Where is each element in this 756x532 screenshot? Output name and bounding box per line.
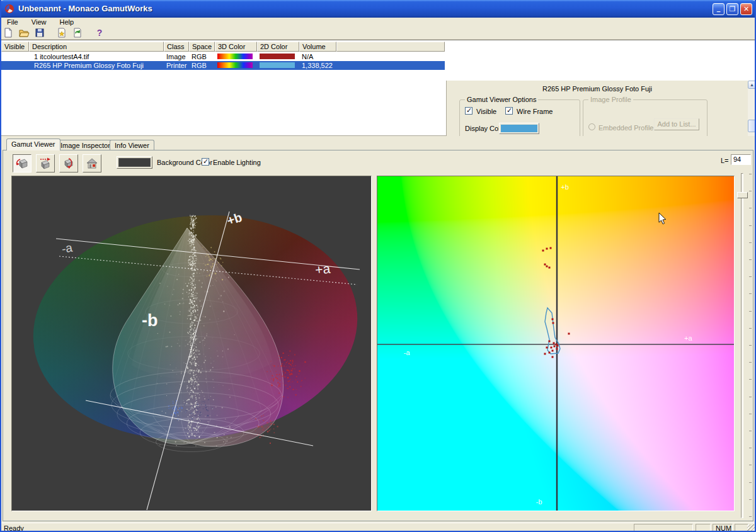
background-color-swatch bbox=[118, 158, 151, 167]
row-2d-color-bar bbox=[260, 54, 295, 59]
embedded-profile-radio bbox=[588, 123, 595, 130]
upper-area: Visible Description Class Space 3D Color… bbox=[1, 40, 755, 136]
lightness-input[interactable]: 94 bbox=[731, 154, 751, 165]
tab-gamut-viewer[interactable]: Gamut Viewer bbox=[6, 139, 60, 150]
export-button[interactable] bbox=[55, 28, 69, 39]
new-file-button[interactable] bbox=[1, 28, 15, 39]
num-lock-indicator: NUM bbox=[713, 524, 733, 531]
save-button[interactable] bbox=[33, 28, 47, 39]
lightness-label: L= bbox=[721, 157, 729, 164]
page-refresh-icon bbox=[72, 28, 83, 38]
axis-label-minus-b: -b bbox=[142, 311, 158, 330]
scrollbar-thumb[interactable] bbox=[748, 120, 756, 132]
reset-view-button[interactable] bbox=[83, 154, 101, 173]
table-header: Visible Description Class Space 3D Color… bbox=[1, 42, 445, 52]
lightness-slider[interactable] bbox=[736, 171, 752, 521]
col-2d-color[interactable]: 2D Color bbox=[257, 42, 299, 52]
row-class: Printer bbox=[164, 61, 189, 70]
help-button[interactable]: ? bbox=[93, 28, 106, 39]
row-class: Image bbox=[164, 52, 189, 61]
row-volume: N/A bbox=[299, 52, 336, 61]
row-volume: 1,338,522 bbox=[299, 61, 336, 70]
row-2d-color-bar bbox=[260, 62, 295, 68]
visible-check[interactable] bbox=[10, 61, 29, 70]
page-plus-icon bbox=[57, 28, 67, 38]
enable-lighting-label: Enable Lighting bbox=[213, 159, 261, 166]
axis-label-minus-a: -a bbox=[404, 349, 411, 356]
axis-label-plus-a: +a bbox=[314, 261, 331, 277]
rotate-vertical-cube-icon bbox=[62, 157, 76, 170]
wire-frame-checkbox[interactable] bbox=[505, 107, 513, 115]
background-color-button[interactable] bbox=[117, 156, 152, 169]
menu-file[interactable]: File bbox=[1, 18, 24, 28]
maximize-button[interactable]: ❐ bbox=[726, 3, 738, 15]
row-space: RGB bbox=[189, 61, 215, 70]
viewer-area: Gamut Viewer Image Inspector Info Viewer bbox=[1, 136, 755, 523]
title-bar[interactable]: Unbenannt - Monaco GamutWorks – ❐ ✕ bbox=[0, 0, 756, 18]
svg-text:?: ? bbox=[97, 28, 103, 38]
table-row-selected[interactable]: R265 HP Premium Glossy Foto Fuji Printer… bbox=[1, 61, 445, 70]
visible-label: Visible bbox=[476, 108, 496, 115]
resize-grip[interactable] bbox=[747, 524, 755, 532]
visible-checkbox[interactable] bbox=[465, 107, 472, 115]
open-file-button[interactable] bbox=[17, 28, 31, 39]
tab-image-inspector[interactable]: Image Inspector bbox=[55, 140, 115, 150]
refresh-button[interactable] bbox=[71, 28, 84, 39]
embedded-profile-label: Embedded Profile bbox=[598, 124, 653, 132]
gamut-3d-view[interactable]: +b -a +a -b bbox=[11, 176, 372, 511]
pan-view-button[interactable] bbox=[36, 154, 55, 173]
enable-lighting-checkbox[interactable] bbox=[202, 158, 209, 166]
group-label: Gamut Viewer Options bbox=[465, 96, 538, 103]
status-bar: Ready NUM bbox=[1, 523, 755, 532]
axis-label-plus-b: +b bbox=[225, 210, 244, 227]
gamut-3d-plot: +b -a +a -b bbox=[12, 176, 371, 511]
axis-label-plus-a: +a bbox=[684, 334, 692, 342]
pan-cube-icon bbox=[38, 157, 52, 170]
selected-profile-title: R265 HP Premium Glossy Foto Fuji bbox=[447, 85, 748, 93]
visible-check[interactable] bbox=[10, 52, 29, 61]
display-color-swatch bbox=[501, 125, 537, 132]
status-pane bbox=[634, 524, 693, 531]
lightness-slider-thumb[interactable] bbox=[737, 192, 748, 198]
mouse-cursor bbox=[659, 213, 666, 224]
lab-2d-view[interactable]: +b -a +a -b bbox=[377, 176, 735, 511]
lightness-slider-track[interactable] bbox=[741, 173, 743, 518]
new-file-icon bbox=[3, 28, 13, 38]
group-label: Image Profile bbox=[588, 96, 633, 103]
help-icon: ? bbox=[95, 28, 104, 38]
status-text: Ready bbox=[4, 524, 24, 532]
axis-label-minus-b: -b bbox=[536, 498, 542, 506]
display-color-button[interactable] bbox=[499, 123, 539, 134]
status-pane bbox=[696, 524, 711, 531]
row-space: RGB bbox=[189, 52, 215, 61]
menu-bar: File View Help bbox=[1, 18, 755, 28]
open-folder-icon bbox=[19, 28, 30, 38]
row-description: R265 HP Premium Glossy Foto Fuji bbox=[32, 61, 164, 70]
col-class[interactable]: Class bbox=[164, 42, 189, 52]
rotate-vertical-view-button[interactable] bbox=[59, 154, 78, 173]
axis-label-minus-a: -a bbox=[60, 241, 73, 255]
scroll-up-icon[interactable]: ▲ bbox=[748, 81, 756, 89]
menu-view[interactable]: View bbox=[26, 18, 52, 28]
minimize-button[interactable]: – bbox=[713, 3, 724, 15]
row-description: 1 itcolourtestA4.tif bbox=[32, 52, 164, 61]
app-icon bbox=[4, 4, 14, 14]
save-icon bbox=[35, 28, 45, 38]
col-volume[interactable]: Volume bbox=[299, 42, 336, 52]
col-description[interactable]: Description bbox=[29, 42, 164, 52]
close-button[interactable]: ✕ bbox=[740, 3, 752, 15]
main-toolbar: ? bbox=[1, 28, 755, 40]
wire-frame-label: Wire Frame bbox=[517, 108, 553, 115]
home-icon bbox=[85, 157, 99, 170]
menu-help[interactable]: Help bbox=[54, 18, 80, 28]
col-visible[interactable]: Visible bbox=[1, 42, 29, 52]
status-pane bbox=[735, 524, 748, 531]
rotate-view-button[interactable] bbox=[13, 154, 32, 173]
lab-plane-overlay: +b -a +a -b bbox=[377, 176, 734, 511]
col-space[interactable]: Space bbox=[189, 42, 215, 52]
app-window: Unbenannt - Monaco GamutWorks – ❐ ✕ File… bbox=[0, 0, 756, 532]
table-row[interactable]: 1 itcolourtestA4.tif Image RGB N/A bbox=[1, 52, 445, 61]
tab-info-viewer[interactable]: Info Viewer bbox=[110, 140, 154, 150]
col-3d-color[interactable]: 3D Color bbox=[215, 42, 257, 52]
add-to-list-button: Add to List... bbox=[654, 118, 699, 130]
